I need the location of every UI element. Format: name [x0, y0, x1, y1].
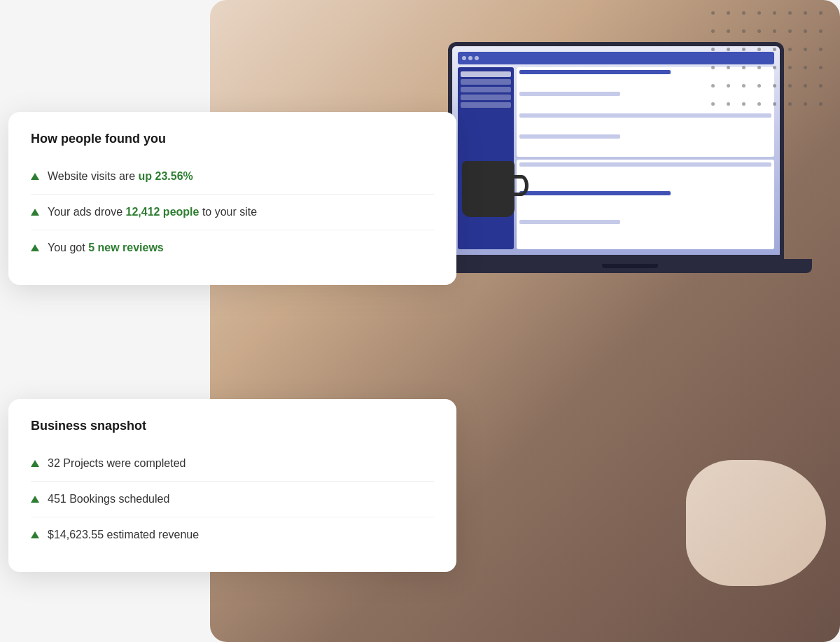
up-arrow-icon — [31, 209, 39, 216]
stat-projects: 32 Projects were completed — [31, 446, 434, 482]
stat-projects-text: 32 Projects were completed — [48, 457, 186, 470]
card-how-people-found-you: How people found you Website visits are … — [8, 112, 456, 285]
stat-website-visits: Website visits are up 23.56% — [31, 159, 434, 195]
card-business-snapshot: Business snapshot 32 Projects were compl… — [8, 399, 456, 572]
up-arrow-icon — [31, 460, 39, 467]
up-arrow-icon — [31, 244, 39, 251]
stat-revenue-text: $14,623.55 estimated revenue — [48, 529, 199, 541]
hand — [686, 460, 826, 586]
stat-revenue: $14,623.55 estimated revenue — [31, 517, 434, 552]
stat-bookings: 451 Bookings scheduled — [31, 482, 434, 517]
stat-new-reviews-text: You got 5 new reviews — [48, 242, 164, 254]
dot-pattern — [700, 0, 840, 126]
new-reviews-highlight: 5 new reviews — [88, 242, 164, 253]
up-arrow-icon — [31, 173, 39, 180]
card-top-title: How people found you — [31, 132, 434, 146]
website-visits-highlight: up 23.56% — [139, 170, 193, 182]
stat-new-reviews: You got 5 new reviews — [31, 230, 434, 265]
up-arrow-icon — [31, 496, 39, 503]
stat-ads-drove-text: Your ads drove 12,412 people to your sit… — [48, 206, 257, 218]
stat-ads-drove: Your ads drove 12,412 people to your sit… — [31, 195, 434, 230]
up-arrow-icon — [31, 531, 39, 538]
stat-website-visits-text: Website visits are up 23.56% — [48, 170, 193, 183]
stat-bookings-text: 451 Bookings scheduled — [48, 493, 169, 505]
card-bottom-title: Business snapshot — [31, 419, 434, 433]
coffee-cup — [462, 161, 518, 228]
ads-drove-highlight: 12,412 people — [125, 206, 199, 218]
scene: How people found you Website visits are … — [0, 0, 840, 642]
